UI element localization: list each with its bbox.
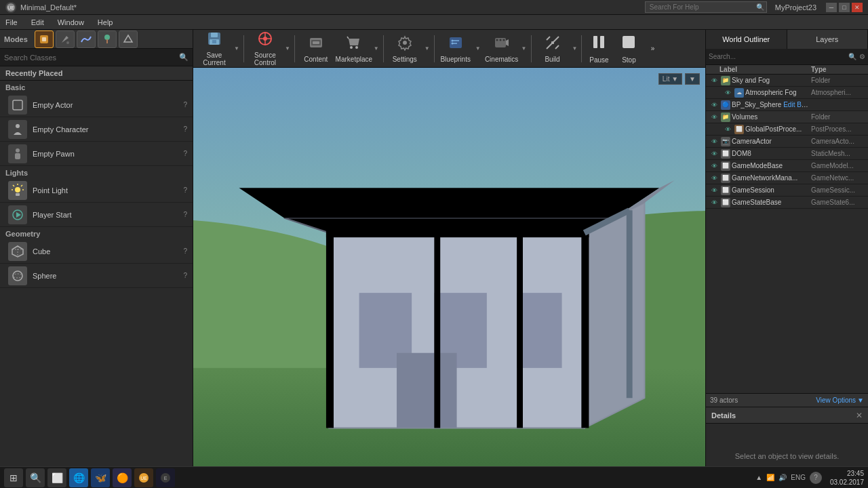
geometry-mode-icon[interactable] xyxy=(119,30,138,48)
butterfly-icon[interactable]: 🦋 xyxy=(91,468,110,487)
outliner-header: World Outliner Layers xyxy=(706,30,868,49)
marketplace-arrow[interactable]: ▼ xyxy=(372,45,380,52)
menu-window[interactable]: Window xyxy=(55,17,87,28)
start-button[interactable]: ⊞ xyxy=(4,468,23,487)
pause-button[interactable]: Pause xyxy=(585,32,613,66)
svg-rect-70 xyxy=(517,233,523,428)
outliner-settings-icon[interactable]: ⚙ xyxy=(859,53,865,60)
eye-icon[interactable]: 👁 xyxy=(709,112,719,123)
details-close-button[interactable]: ✕ xyxy=(856,411,863,420)
menu-file[interactable]: File xyxy=(3,17,20,28)
place-mode-icon[interactable] xyxy=(35,30,54,48)
taskbar: ⊞ 🔍 ⬜ 🌐 🦋 🟠 UE E ▲ 📶 🔊 ENG ? 23:45 03.02… xyxy=(0,466,868,488)
empty-pawn-help: ? xyxy=(183,150,187,157)
toolbar-sep-3 xyxy=(383,35,384,62)
outliner-item-bp-sky[interactable]: 👁 🔵 BP_Sky_Sphere Edit BP_Sk... xyxy=(706,99,868,111)
world-outliner-tab[interactable]: World Outliner xyxy=(706,30,787,49)
details-header: Details ✕ xyxy=(706,407,868,424)
titlebar-title: Minimal_Default* xyxy=(20,3,77,12)
save-arrow[interactable]: ▼ xyxy=(233,45,241,52)
viewport[interactable]: Lit ▼ ▼ No active Level Sequencer detect… xyxy=(193,68,705,488)
outliner-item-gamesession[interactable]: 👁 ⬜ GameSession GameSessic... xyxy=(706,184,868,197)
actor-sphere[interactable]: Sphere ? xyxy=(0,264,193,288)
marketplace-button[interactable]: Marketplace xyxy=(336,32,372,66)
outliner-item-dom8[interactable]: 👁 ⬜ DOM8 StaticMesh... xyxy=(706,148,868,160)
eye-icon[interactable]: 👁 xyxy=(709,161,719,171)
actor-cube[interactable]: Cube ? xyxy=(0,239,193,264)
foliage-mode-icon[interactable] xyxy=(98,30,117,48)
browser-icon[interactable]: 🌐 xyxy=(69,468,88,487)
outliner-view-options-button[interactable]: View Options ▼ xyxy=(816,396,864,404)
paint-mode-icon[interactable] xyxy=(56,30,75,48)
task-view-button[interactable]: ⬜ xyxy=(47,468,66,487)
cube-help: ? xyxy=(183,247,187,255)
close-button[interactable]: ✕ xyxy=(852,3,863,12)
cinematics-button[interactable]: Cinematics xyxy=(484,32,520,66)
outliner-item-gamenetwork[interactable]: 👁 ⬜ GameNetworkMana... GameNetwc... xyxy=(706,172,868,184)
build-arrow[interactable]: ▼ xyxy=(571,45,579,52)
outliner-column-headers: Label Type xyxy=(706,65,868,75)
outliner-item-gamemode[interactable]: 👁 ⬜ GameModeBase GameModel... xyxy=(706,160,868,172)
layers-tab[interactable]: Layers xyxy=(787,30,869,49)
actor-empty-pawn[interactable]: Empty Pawn ? xyxy=(0,142,193,166)
eye-icon[interactable]: 👁 xyxy=(709,100,719,110)
volume-icon[interactable]: 🔊 xyxy=(778,474,787,481)
cinematics-arrow[interactable]: ▼ xyxy=(520,45,528,52)
eye-icon[interactable]: 👁 xyxy=(722,87,733,98)
save-current-button[interactable]: Save Current xyxy=(196,32,233,66)
search-classes-input[interactable] xyxy=(4,54,179,62)
help-search-input[interactable] xyxy=(645,1,767,13)
viewport-lit-button[interactable]: Lit ▼ xyxy=(658,73,682,85)
outliner-search-input[interactable] xyxy=(709,53,848,60)
eye-icon[interactable]: 👁 xyxy=(709,185,719,196)
outliner-item-volumes[interactable]: 👁 📁 Volumes Folder xyxy=(706,111,868,123)
settings-arrow[interactable]: ▼ xyxy=(423,45,431,52)
stop-button[interactable]: Stop xyxy=(614,32,643,66)
toolbar-sep-2 xyxy=(294,35,295,62)
eye-icon[interactable]: 👁 xyxy=(709,75,719,86)
empty-actor-help: ? xyxy=(183,101,187,108)
restore-button[interactable]: □ xyxy=(839,3,850,12)
tray-arrow-icon[interactable]: ▲ xyxy=(755,474,762,481)
outliner-item-atmos-fog[interactable]: 👁 ☁ Atmospheric Fog Atmospheri... xyxy=(706,87,868,99)
minimize-button[interactable]: ─ xyxy=(826,3,837,12)
eye-icon[interactable]: 👁 xyxy=(709,173,719,184)
outliner-item-sky-fog[interactable]: 👁 📁 Sky and Fog Folder xyxy=(706,75,868,87)
outliner-item-gamestate[interactable]: 👁 ⬜ GameStateBase GameState6... xyxy=(706,197,868,209)
menu-edit[interactable]: Edit xyxy=(28,17,47,28)
ue-taskbar-icon[interactable]: UE xyxy=(134,468,153,487)
outliner-item-globalpost[interactable]: 👁 ⬜ GlobalPostProce... PostProces... xyxy=(706,123,868,136)
blueprints-arrow[interactable]: ▼ xyxy=(474,45,482,52)
settings-button[interactable]: Settings xyxy=(387,32,423,66)
svg-rect-68 xyxy=(326,233,334,428)
source-control-button[interactable]: Source Control xyxy=(247,32,283,66)
blender-icon[interactable]: 🟠 xyxy=(113,468,132,487)
eye-icon[interactable]: 👁 xyxy=(722,124,733,135)
viewport-perspective-button[interactable]: ▼ xyxy=(685,73,700,85)
atmos-fog-icon: ☁ xyxy=(734,88,744,98)
blueprints-button[interactable]: Blueprints xyxy=(437,32,474,66)
epic-games-icon[interactable]: E xyxy=(156,468,175,487)
settings-group: Settings ▼ xyxy=(387,32,431,66)
content-button[interactable]: Content xyxy=(298,32,334,66)
svg-line-16 xyxy=(21,185,22,186)
eye-icon[interactable]: 👁 xyxy=(709,136,719,147)
landscape-mode-icon[interactable] xyxy=(77,30,96,48)
menu-help[interactable]: Help xyxy=(95,17,116,28)
search-taskbar-button[interactable]: 🔍 xyxy=(26,468,45,487)
more-button[interactable]: » xyxy=(644,32,660,66)
eye-icon[interactable]: 👁 xyxy=(709,148,719,159)
actor-player-start[interactable]: Player Start ? xyxy=(0,203,193,227)
actor-empty-character[interactable]: Empty Character ? xyxy=(0,117,193,142)
sky-fog-name: Sky and Fog xyxy=(732,77,811,84)
eye-icon[interactable]: 👁 xyxy=(709,197,719,208)
clock-display[interactable]: 23:45 03.02.2017 xyxy=(830,469,864,487)
svg-point-4 xyxy=(66,41,69,44)
empty-pawn-icon xyxy=(8,144,27,163)
actor-empty-actor[interactable]: Empty Actor ? xyxy=(0,93,193,117)
outliner-item-camera[interactable]: 👁 📷 CameraActor CameraActo... xyxy=(706,136,868,148)
build-button[interactable]: Build xyxy=(534,32,571,66)
source-arrow[interactable]: ▼ xyxy=(283,45,292,52)
actor-point-light[interactable]: Point Light ? xyxy=(0,178,193,203)
help-icon[interactable]: ? xyxy=(810,472,822,484)
